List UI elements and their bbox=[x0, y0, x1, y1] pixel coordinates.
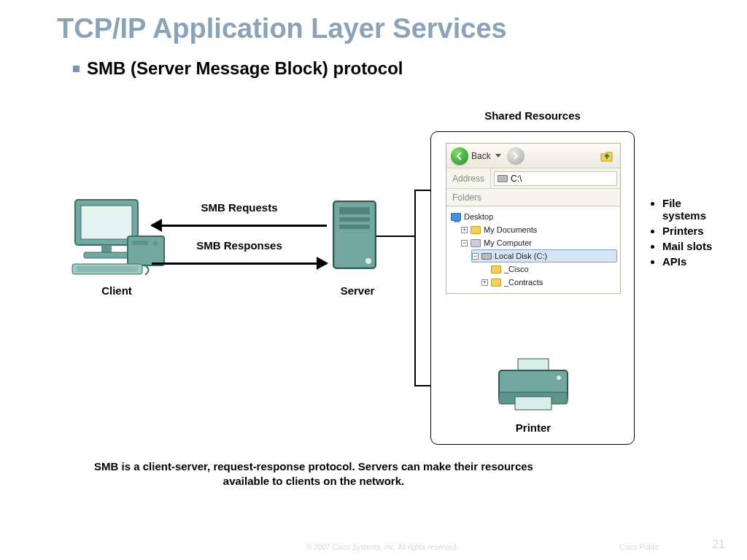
tree-item-desktop[interactable]: Desktop bbox=[451, 210, 617, 223]
expand-icon[interactable]: + bbox=[481, 279, 488, 286]
slide-footer: © 2007 Cisco Systems, Inc. All rights re… bbox=[0, 535, 747, 556]
folder-up-icon bbox=[600, 149, 614, 163]
server-icon bbox=[325, 197, 390, 277]
connector-line bbox=[376, 236, 416, 237]
footer-copyright: © 2007 Cisco Systems, Inc. All rights re… bbox=[306, 543, 458, 551]
connector-line bbox=[414, 190, 416, 386]
printer-icon bbox=[493, 357, 573, 416]
address-value: C:\ bbox=[511, 174, 522, 184]
tree-label: _Contracts bbox=[504, 278, 543, 287]
tree-item-my-computer[interactable]: − My Computer bbox=[461, 236, 617, 249]
tree-item-cisco[interactable]: _Cisco bbox=[481, 262, 617, 276]
smb-requests-label: SMB Requests bbox=[152, 201, 327, 214]
smb-responses-arrow: SMB Responses bbox=[152, 255, 327, 273]
subtitle-text: SMB (Server Message Block) protocol bbox=[87, 58, 403, 79]
svg-point-19 bbox=[557, 376, 561, 380]
chevron-down-icon[interactable] bbox=[495, 154, 501, 158]
svg-rect-13 bbox=[339, 225, 370, 229]
address-bar: Address C:\ bbox=[446, 168, 620, 189]
smb-requests-arrow: SMB Requests bbox=[152, 217, 327, 235]
drive-icon bbox=[498, 175, 508, 182]
svg-rect-12 bbox=[339, 217, 370, 222]
svg-rect-1 bbox=[81, 206, 132, 239]
client-label: Client bbox=[51, 284, 182, 297]
resource-box: Back Address C:\ Folde bbox=[430, 131, 635, 445]
subtitle-row: SMB (Server Message Block) protocol bbox=[73, 58, 403, 79]
list-item: Printers bbox=[662, 225, 715, 237]
tree-item-contracts[interactable]: + _Contracts bbox=[481, 276, 617, 289]
folders-header: Folders bbox=[446, 189, 620, 206]
folder-icon bbox=[491, 265, 501, 273]
diagram-area: Shared Resources Client Server bbox=[44, 95, 715, 489]
list-item: File systems bbox=[662, 197, 715, 222]
printer-label: Printer bbox=[489, 421, 577, 434]
resource-type-list: File systems Printers Mail slots APIs bbox=[649, 197, 715, 271]
page-number: 21 bbox=[712, 538, 725, 551]
arrow-left-icon bbox=[150, 219, 162, 232]
tree-item-local-disk[interactable]: − Local Disk (C:) bbox=[471, 249, 617, 262]
svg-point-14 bbox=[365, 258, 371, 264]
explorer-toolbar: Back bbox=[446, 144, 620, 168]
server-label: Server bbox=[314, 284, 401, 297]
folder-icon bbox=[471, 226, 481, 234]
list-item: APIs bbox=[662, 255, 715, 268]
forward-button[interactable] bbox=[507, 147, 525, 165]
address-label: Address bbox=[446, 168, 491, 188]
diagram-caption: SMB is a client-server, request-response… bbox=[80, 459, 547, 489]
tree-label: _Cisco bbox=[504, 265, 529, 273]
tree-label: My Computer bbox=[484, 238, 532, 247]
folder-icon bbox=[491, 279, 501, 287]
list-item: Mail slots bbox=[662, 240, 715, 252]
svg-rect-18 bbox=[515, 397, 551, 410]
tree-label: Desktop bbox=[464, 212, 493, 221]
svg-rect-2 bbox=[101, 245, 112, 252]
server: Server bbox=[314, 197, 401, 297]
square-bullet-icon bbox=[73, 66, 80, 72]
computer-icon bbox=[471, 239, 481, 247]
arrow-left-icon bbox=[455, 152, 464, 160]
tree-label: Local Disk (C:) bbox=[495, 252, 547, 260]
svg-rect-5 bbox=[132, 241, 148, 245]
up-folder-button[interactable] bbox=[598, 147, 616, 165]
smb-responses-label: SMB Responses bbox=[152, 239, 327, 252]
svg-rect-11 bbox=[339, 207, 370, 214]
arrow-right-icon bbox=[512, 152, 519, 160]
expand-icon[interactable]: + bbox=[461, 227, 468, 233]
tree-label: My Documents bbox=[484, 225, 537, 234]
back-button[interactable] bbox=[451, 147, 468, 165]
explorer-window: Back Address C:\ Folde bbox=[446, 143, 621, 294]
folder-tree: Desktop + My Documents − My Computer − L… bbox=[446, 206, 620, 293]
arrow-right-icon bbox=[317, 257, 328, 270]
collapse-icon[interactable]: − bbox=[461, 240, 468, 246]
printer: Printer bbox=[489, 357, 577, 434]
svg-rect-8 bbox=[77, 266, 138, 272]
shared-resources-label: Shared Resources bbox=[430, 109, 635, 122]
collapse-icon[interactable]: − bbox=[472, 253, 479, 260]
address-field[interactable]: C:\ bbox=[494, 171, 617, 186]
drive-icon bbox=[481, 253, 492, 260]
desktop-icon bbox=[451, 213, 461, 221]
slide-title: TCP/IP Application Layer Services bbox=[57, 13, 507, 44]
svg-rect-3 bbox=[84, 252, 129, 258]
tree-item-my-documents[interactable]: + My Documents bbox=[461, 223, 617, 236]
footer-label: Cisco Public bbox=[619, 543, 659, 551]
back-label: Back bbox=[471, 151, 491, 161]
